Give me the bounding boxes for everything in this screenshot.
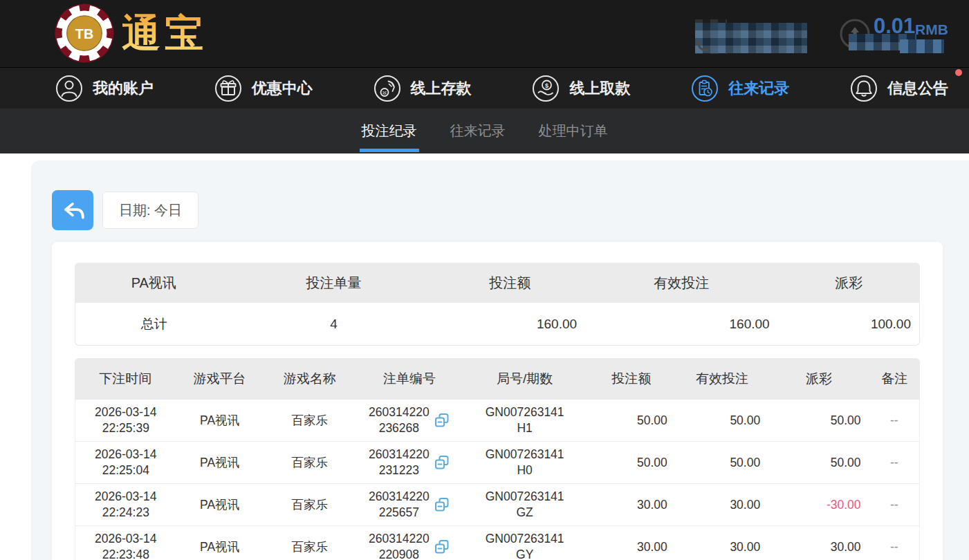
deposit-icon bbox=[373, 75, 401, 102]
balance-censor-block-2 bbox=[900, 39, 944, 53]
copy-icon[interactable] bbox=[434, 412, 450, 429]
tab-label: 往来记录 bbox=[450, 122, 506, 140]
nav-item-promotions[interactable]: 优惠中心 bbox=[214, 75, 313, 102]
tab-label: 处理中订单 bbox=[539, 122, 608, 140]
nav-label: 我的账户 bbox=[93, 78, 154, 99]
platform-cell: PA视讯 bbox=[176, 526, 264, 560]
round-number-cell: GN007263141 GY bbox=[463, 526, 587, 560]
platform-cell: PA视讯 bbox=[176, 484, 264, 526]
back-button[interactable] bbox=[52, 190, 93, 230]
summary-total-row: 总计 4 160.00 160.00 100.00 bbox=[75, 303, 920, 346]
table-row: 2026-03-14 22:25:39 PA视讯 百家乐 260314220 2… bbox=[75, 400, 920, 442]
col-platform: 游戏平台 bbox=[176, 358, 264, 400]
summary-col-bet-count: 投注单量 bbox=[233, 263, 435, 303]
payout-cell: 30.00 bbox=[768, 526, 869, 560]
bet-header-row: 下注时间 游戏平台 游戏名称 注单编号 局号/期数 投注额 有效投注 派彩 备注 bbox=[75, 358, 920, 400]
date-filter[interactable]: 日期: 今日 bbox=[102, 192, 199, 229]
note-cell: -- bbox=[869, 442, 920, 484]
balance-area[interactable]: 0.01 RMB bbox=[833, 10, 965, 58]
summary-col-bet-amount: 投注额 bbox=[435, 263, 586, 303]
records-icon bbox=[691, 75, 719, 102]
tab-label: 投注纪录 bbox=[362, 122, 417, 140]
col-bet-amount: 投注额 bbox=[587, 358, 675, 400]
top-header: TB 通宝 0.01 RMB bbox=[0, 0, 969, 67]
summary-table: PA视讯 投注单量 投注额 有效投注 派彩 总计 4 160.00 160.00… bbox=[75, 263, 920, 346]
record-tabs: 投注纪录 往来记录 处理中订单 bbox=[0, 109, 969, 153]
bet-id-cell: 260314220 220908 bbox=[356, 526, 463, 560]
platform-cell: PA视讯 bbox=[176, 442, 264, 484]
bet-amount-cell: 30.00 bbox=[587, 526, 675, 560]
bet-time-cell: 2026-03-14 22:25:04 bbox=[75, 442, 176, 484]
date-filter-label: 日期: 今日 bbox=[119, 203, 182, 218]
bet-time-cell: 2026-03-14 22:23:48 bbox=[75, 526, 176, 560]
summary-col-valid-bet: 有效投注 bbox=[585, 263, 778, 303]
summary-header-row: PA视讯 投注单量 投注额 有效投注 派彩 bbox=[75, 263, 920, 303]
round-number-cell: GN007263141 H1 bbox=[463, 400, 587, 442]
bet-time-cell: 2026-03-14 22:24:23 bbox=[75, 484, 176, 526]
records-card: PA视讯 投注单量 投注额 有效投注 派彩 总计 4 160.00 160.00… bbox=[52, 242, 943, 560]
valid-bet-cell: 50.00 bbox=[676, 400, 768, 442]
valid-bet-cell: 30.00 bbox=[676, 526, 768, 560]
table-row: 2026-03-14 22:23:48 PA视讯 百家乐 260314220 2… bbox=[75, 526, 920, 560]
valid-bet-cell: 50.00 bbox=[676, 442, 768, 484]
col-valid-bet: 有效投注 bbox=[676, 358, 768, 400]
nav-item-withdraw[interactable]: $ 线上取款 bbox=[532, 75, 630, 102]
game-cell: 百家乐 bbox=[263, 484, 356, 526]
game-cell: 百家乐 bbox=[263, 526, 356, 560]
bet-table: 下注时间 游戏平台 游戏名称 注单编号 局号/期数 投注额 有效投注 派彩 备注… bbox=[75, 358, 920, 560]
col-payout: 派彩 bbox=[768, 358, 869, 400]
platform-cell: PA视讯 bbox=[176, 400, 264, 442]
note-cell: -- bbox=[869, 484, 920, 526]
tab-pending-orders[interactable]: 处理中订单 bbox=[539, 109, 608, 153]
user-icon bbox=[55, 75, 83, 102]
table-row: 2026-03-14 22:24:23 PA视讯 百家乐 260314220 2… bbox=[75, 484, 920, 526]
round-number-cell: GN007263141 GZ bbox=[463, 484, 587, 526]
bet-id-cell: 260314220 231223 bbox=[356, 442, 463, 484]
col-note: 备注 bbox=[869, 358, 920, 400]
total-payout: 100.00 bbox=[778, 303, 920, 346]
brand-name: 通宝 bbox=[122, 3, 207, 64]
gift-icon bbox=[214, 75, 242, 102]
bet-amount-cell: 30.00 bbox=[587, 484, 675, 526]
brand-logo[interactable]: TB 通宝 bbox=[54, 3, 207, 64]
tab-bet-records[interactable]: 投注纪录 bbox=[362, 109, 417, 153]
copy-icon[interactable] bbox=[434, 539, 450, 555]
nav-label: 线上取款 bbox=[569, 78, 630, 99]
bet-id-cell: 260314220 236268 bbox=[356, 400, 463, 442]
round-number-cell: GN007263141 H0 bbox=[463, 442, 587, 484]
nav-label: 线上存款 bbox=[411, 78, 472, 99]
note-cell: -- bbox=[869, 400, 920, 442]
back-arrow-icon bbox=[59, 197, 86, 223]
payout-cell: 50.00 bbox=[768, 400, 869, 442]
nav-label: 优惠中心 bbox=[252, 78, 313, 99]
bet-table-body: 2026-03-14 22:25:39 PA视讯 百家乐 260314220 2… bbox=[75, 400, 920, 560]
copy-icon[interactable] bbox=[434, 454, 450, 471]
bet-amount-cell: 50.00 bbox=[587, 442, 675, 484]
nav-label: 往来记录 bbox=[728, 78, 789, 99]
bell-icon bbox=[850, 75, 878, 102]
total-label: 总计 bbox=[75, 303, 233, 346]
casino-chip-icon: TB bbox=[54, 3, 115, 64]
nav-label: 信息公告 bbox=[887, 78, 948, 99]
svg-text:$: $ bbox=[545, 82, 548, 88]
notification-dot bbox=[955, 69, 962, 76]
col-game-name: 游戏名称 bbox=[263, 358, 356, 400]
bet-id-cell: 260314220 225657 bbox=[356, 484, 463, 526]
main-nav: 我的账户 优惠中心 线上存款 bbox=[0, 67, 969, 109]
balance-currency: RMB bbox=[915, 21, 948, 38]
total-valid: 160.00 bbox=[585, 303, 778, 346]
copy-icon[interactable] bbox=[434, 496, 450, 513]
nav-item-transaction-records[interactable]: 往来记录 bbox=[691, 75, 789, 102]
nav-item-deposit[interactable]: 线上存款 bbox=[373, 75, 472, 102]
tab-transaction-records[interactable]: 往来记录 bbox=[450, 109, 506, 153]
col-round-number: 局号/期数 bbox=[463, 358, 587, 400]
svg-text:TB: TB bbox=[75, 26, 93, 41]
payout-cell: 50.00 bbox=[768, 442, 869, 484]
table-row: 2026-03-14 22:25:04 PA视讯 百家乐 260314220 2… bbox=[75, 442, 920, 484]
nav-item-announcements[interactable]: 信息公告 bbox=[850, 75, 948, 102]
bet-amount-cell: 50.00 bbox=[587, 400, 675, 442]
summary-col-payout: 派彩 bbox=[778, 263, 920, 303]
nav-item-my-account[interactable]: 我的账户 bbox=[55, 75, 154, 102]
col-bet-time: 下注时间 bbox=[75, 358, 176, 400]
page: TB 通宝 0.01 RMB 我的账户 bbox=[0, 0, 969, 560]
